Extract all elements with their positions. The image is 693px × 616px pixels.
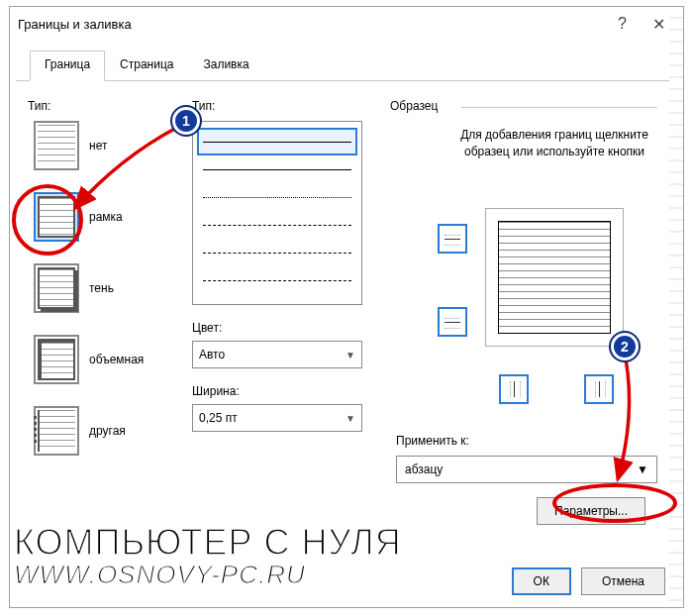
tab-page[interactable]: Страница: [105, 51, 188, 80]
line-style-solid[interactable]: [197, 128, 357, 155]
dialog-footer: ОК Отмена: [512, 567, 665, 595]
apply-to-value: абзацу: [405, 462, 443, 476]
line-style-dash[interactable]: [197, 211, 357, 239]
tab-fill[interactable]: Заливка: [188, 51, 263, 80]
border-bottom-toggle[interactable]: [438, 307, 467, 337]
type-box-swatch: [34, 192, 79, 242]
preview-box[interactable]: [485, 208, 624, 347]
color-combo[interactable]: Авто ▼: [192, 341, 362, 368]
border-left-toggle[interactable]: [499, 374, 529, 404]
tab-strip: Граница Страница Заливка: [16, 41, 677, 81]
tab-border[interactable]: Граница: [30, 51, 105, 81]
sample-column: Образец Для добавления границ щелкните о…: [390, 99, 665, 549]
line-style-longdash[interactable]: [197, 239, 357, 266]
type-column: Тип: нет рамка тень объемная: [28, 99, 184, 549]
apply-to-combo[interactable]: абзацу ▼: [396, 456, 657, 483]
type-box[interactable]: рамка: [34, 192, 184, 242]
type-3d-swatch: [34, 335, 79, 384]
line-style-thin[interactable]: [197, 155, 357, 183]
type-none[interactable]: нет: [34, 121, 184, 170]
type-3d[interactable]: объемная: [34, 335, 184, 384]
type-shadow[interactable]: тень: [34, 263, 184, 313]
apply-to-label: Применить к:: [396, 434, 469, 448]
options-button[interactable]: Параметры...: [537, 497, 645, 525]
type-shadow-label: тень: [89, 281, 114, 295]
chevron-down-icon: ▼: [346, 413, 355, 424]
line-style-dot[interactable]: [197, 183, 357, 211]
annotation-badge-2: 2: [611, 333, 639, 360]
dialog-content: Тип: нет рамка тень объемная: [10, 81, 683, 549]
help-icon[interactable]: ?: [618, 15, 627, 33]
type-3d-label: объемная: [89, 353, 144, 366]
line-style-dashdot[interactable]: [197, 266, 357, 294]
cancel-button[interactable]: Отмена: [581, 567, 665, 595]
type-custom[interactable]: другая: [34, 406, 184, 456]
window-controls: ? ✕: [618, 15, 675, 34]
sample-label: Образец: [390, 99, 438, 113]
style-column: Тип: Цвет: Авто ▼ Ширина: 0,25 пт ▼: [192, 99, 382, 549]
color-label: Цвет:: [192, 321, 382, 335]
type-none-label: нет: [89, 139, 107, 153]
options-button-label: Параметры...: [554, 504, 628, 518]
sample-divider: [461, 107, 657, 108]
border-right-toggle[interactable]: [584, 374, 614, 404]
width-value: 0,25 пт: [199, 411, 238, 425]
type-custom-swatch: [34, 406, 79, 456]
annotation-badge-1: 1: [172, 107, 200, 135]
close-icon[interactable]: ✕: [652, 15, 665, 34]
style-label: Тип:: [192, 99, 382, 113]
borders-shading-dialog: Границы и заливка ? ✕ Граница Страница З…: [9, 6, 684, 608]
type-box-label: рамка: [89, 210, 123, 224]
title-bar: Границы и заливка ? ✕: [10, 7, 683, 41]
line-style-list[interactable]: [192, 121, 362, 305]
preview-inner: [498, 221, 611, 334]
type-list: нет рамка тень объемная другая: [28, 121, 184, 456]
dialog-title: Границы и заливка: [18, 17, 132, 32]
chevron-down-icon: ▼: [637, 462, 648, 476]
width-combo[interactable]: 0,25 пт ▼: [192, 404, 362, 432]
type-none-swatch: [34, 121, 79, 170]
chevron-down-icon: ▼: [346, 350, 355, 360]
type-shadow-swatch: [34, 263, 79, 313]
type-custom-label: другая: [89, 424, 126, 438]
torn-edge-decoration: [669, 7, 683, 607]
sample-hint: Для добавления границ щелкните образец и…: [446, 127, 663, 160]
width-label: Ширина:: [192, 384, 382, 398]
border-top-toggle[interactable]: [438, 224, 467, 254]
type-label: Тип:: [28, 99, 184, 113]
ok-button[interactable]: ОК: [512, 567, 571, 595]
color-value: Авто: [199, 348, 225, 361]
